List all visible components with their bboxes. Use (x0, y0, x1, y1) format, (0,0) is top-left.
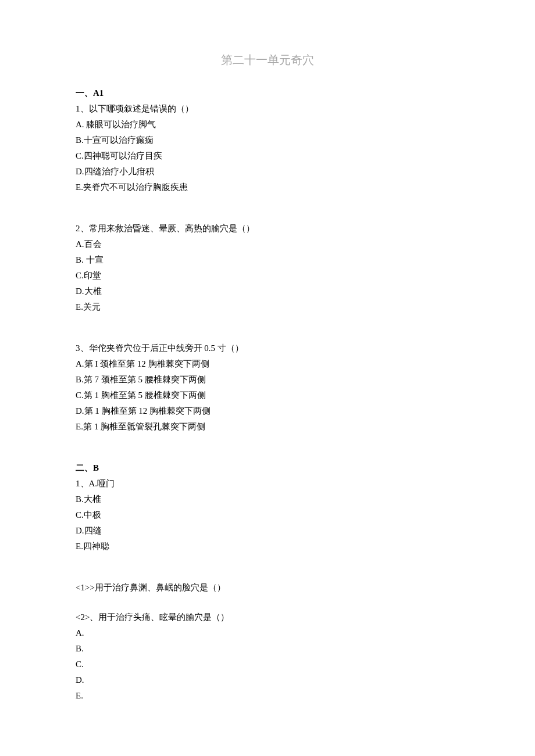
sub2-option-d: D. (76, 672, 459, 688)
q1-option-e: E.夹脊穴不可以治疗胸腹疾患 (76, 180, 459, 195)
q1-option-d: D.四缝治疗小儿疳积 (76, 164, 459, 180)
section-b-heading: 二、B (76, 460, 459, 476)
sub2-option-e: E. (76, 688, 459, 704)
q2-option-d: D.大椎 (76, 284, 459, 299)
sub2-stem: <2>、用于治疗头痛、眩晕的腧穴是（） (76, 610, 459, 625)
shared-option-a: 1、A.哑门 (76, 476, 459, 492)
q2-option-a: A.百会 (76, 237, 459, 252)
q3-option-a: A.第 I 颈椎至第 12 胸椎棘突下两侧 (76, 356, 459, 372)
q3-option-b: B.第 7 颈椎至第 5 腰椎棘突下两侧 (76, 372, 459, 388)
shared-option-b: B.大椎 (76, 492, 459, 507)
page: 第二十一单元奇穴 一、A1 1、以下哪项叙述是错误的（） A. 膝眼可以治疗脚气… (0, 0, 535, 756)
sub2-option-c: C. (76, 657, 459, 672)
q1-stem: 1、以下哪项叙述是错误的（） (76, 101, 459, 117)
q2-stem: 2、常用来救治昏迷、晕厥、高热的腧穴是（） (76, 221, 459, 237)
shared-option-c: C.中极 (76, 507, 459, 523)
sub1-stem: <1>>用于治疗鼻渊、鼻岷的脸穴是（） (76, 580, 459, 596)
section-a1-heading: 一、A1 (76, 85, 459, 101)
sub2-option-a: A. (76, 625, 459, 641)
q3-option-e: E.第 1 胸椎至骶管裂孔棘突下两侧 (76, 419, 459, 435)
shared-option-e: E.四神聪 (76, 539, 459, 554)
q2-option-e: E.关元 (76, 299, 459, 315)
q2-option-b: B. 十宣 (76, 252, 459, 268)
sub2-option-b: B. (76, 641, 459, 657)
q3-stem: 3、华佗夹脊穴位于后正中线旁开 0.5 寸（） (76, 341, 459, 356)
q1-option-b: B.十宣可以治疗癫痫 (76, 132, 459, 148)
q3-option-c: C.第 1 胸椎至第 5 腰椎棘突下两侧 (76, 388, 459, 403)
page-title: 第二十一单元奇穴 (76, 52, 459, 68)
q3-option-d: D.第 1 胸椎至第 12 胸椎棘突下两侧 (76, 403, 459, 419)
shared-option-d: D.四缝 (76, 523, 459, 539)
q2-option-c: C.印堂 (76, 268, 459, 284)
q1-option-a: A. 膝眼可以治疗脚气 (76, 117, 459, 132)
q1-option-c: C.四神聪可以治疗目疾 (76, 148, 459, 164)
